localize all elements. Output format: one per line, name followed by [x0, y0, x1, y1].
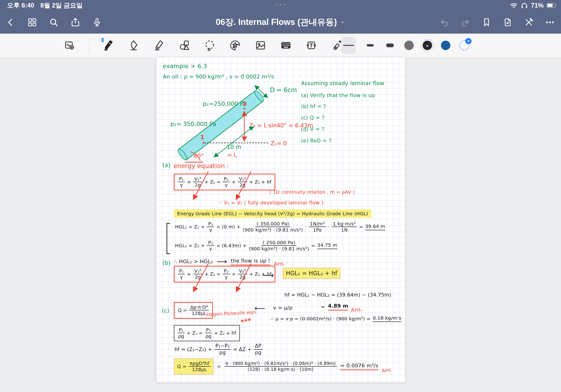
- section-c-label: (c): [162, 308, 169, 314]
- pen-toolbar: ⌄ +: [0, 34, 561, 57]
- color-blue-swatch[interactable]: [441, 41, 450, 50]
- question-a: (a) Verify that the flow is up: [301, 92, 375, 98]
- length-label: 10 m: [227, 144, 241, 150]
- document-canvas: example > 6.3 An oil : ρ = 900 kg/m³ , ν…: [0, 57, 561, 392]
- thumbnails-button[interactable]: [27, 17, 38, 28]
- arrow-right-icon: ⟶: [217, 257, 227, 266]
- diameter-label: D = 6cm: [270, 87, 297, 94]
- chevron-down-icon: ⌄: [425, 42, 430, 48]
- nu-definition: ν = μ/ρ: [273, 305, 292, 311]
- hgl-bracket: [167, 223, 170, 254]
- conclusion-line: ∴ HGL₁ > HGL₂ ⟶ the flow is up ! Ans.: [174, 257, 285, 266]
- microphone-button[interactable]: [92, 17, 102, 28]
- arrow-right-icon: ⟶: [262, 271, 274, 280]
- color-gray-swatch[interactable]: [404, 41, 414, 50]
- hgl-hf-result-box: HGL₁ = HGL₂ + hf: [283, 268, 340, 279]
- headphones-icon: [521, 2, 528, 9]
- point-1-label: 1: [200, 134, 204, 141]
- toolbar-divider: [89, 38, 89, 53]
- p2-label: p₂=250,000 Pa: [203, 100, 247, 107]
- back-button[interactable]: [5, 17, 16, 28]
- question-b: (b) hf = ?: [301, 103, 326, 109]
- bookmark-button[interactable]: [481, 17, 492, 28]
- lasso-tool[interactable]: [204, 39, 216, 52]
- status-date: 8월 2일 금요일: [40, 1, 83, 10]
- section-a-label: (a): [162, 162, 170, 168]
- wifi-icon: [510, 2, 518, 9]
- share-button[interactable]: [70, 17, 81, 28]
- hagen-label: Hagen-Poiseulle eqn.: [206, 309, 258, 317]
- highlighter-tool[interactable]: [153, 39, 165, 52]
- stars-annotation: ***: [240, 316, 252, 326]
- p1-label: p₁= 350,000 Pa: [170, 120, 216, 127]
- chevron-down-icon: [340, 20, 345, 25]
- zoom-window-tool[interactable]: [64, 39, 76, 52]
- arrow-left-icon: ⟵: [254, 304, 265, 313]
- pen-tool[interactable]: [102, 39, 114, 52]
- question-e: (e) ReD = ?: [301, 138, 332, 144]
- keyboard-tool[interactable]: [280, 39, 292, 52]
- pipe-diagram: D = 6cm p₂=250,000 Pa p₁= 350,000 Pa 2 Z…: [168, 79, 318, 174]
- redo-button[interactable]: [460, 17, 471, 28]
- battery-icon: [546, 3, 557, 8]
- text-tool[interactable]: [305, 39, 317, 52]
- shapes-tool[interactable]: [178, 39, 191, 52]
- search-button[interactable]: [48, 17, 59, 28]
- status-time: 오후 6:40: [7, 1, 34, 10]
- question-c: (c) Q = ?: [301, 115, 324, 120]
- final-q-equation: Q = πρgD⁴hf128μL = π · (900 kg/m³) · (9.…: [174, 358, 392, 375]
- document-title[interactable]: 06장. Internal Flows (관내유동): [216, 11, 345, 34]
- undo-button[interactable]: [439, 17, 450, 28]
- mu-calculation: ∴ μ = ν·ρ = (0.0002m²/s) · (900 kg/m³) =…: [271, 315, 401, 322]
- multitask-indicator-icon: [276, 4, 285, 6]
- q-formula-highlight: Q = πρgD⁴hf128μL: [174, 358, 214, 375]
- eraser-tool[interactable]: [128, 39, 140, 52]
- battery-percent: 71%: [531, 2, 544, 9]
- question-d: (d) V = ?: [301, 126, 324, 132]
- stroke-thin-option[interactable]: [341, 37, 356, 54]
- stickers-tool[interactable]: [229, 39, 241, 52]
- hf-expansion: hf = (Z₁−Z₂) + P₁−P₂ρg = ΔZ + ΔPρg: [174, 343, 263, 355]
- section-b-label: (b): [162, 260, 171, 266]
- image-tool[interactable]: [254, 39, 267, 52]
- z1-label: Z₁= 0: [271, 140, 287, 147]
- add-page-button[interactable]: [502, 17, 513, 28]
- stroke-medium-option[interactable]: [365, 37, 376, 54]
- hgl2-equation: HGL₂ = Z₂ + P₂γ = (6.43m) + ( 250,000 Pa…: [175, 240, 337, 251]
- energy-equation-title: energy equation :: [174, 162, 229, 169]
- bluetooth-badge-icon: [101, 37, 105, 43]
- given-line: An oil : ρ = 900 kg/m³ , ν = 0.0002 m²/s: [163, 74, 274, 80]
- question-heading: Assuming steady laminar flow: [301, 80, 384, 86]
- point-2-label: 2: [243, 101, 247, 107]
- disable-pen-button[interactable]: [523, 17, 534, 28]
- document-title-text: 06장. Internal Flows (관내유동): [216, 16, 337, 28]
- status-bar: 오후 6:40 8월 2일 금요일 71%: [0, 0, 561, 11]
- length-eq-label: = L: [227, 152, 237, 158]
- energy-equation-box-a: P₁γ + V₁²2g + Z₁ = P₂γ + V₂²2g + Z₂ + hf: [174, 174, 275, 190]
- hgl1-equation: HGL₁ = Z₁ + P₁γ = (0 m) + ( 350,000 Pa)(…: [175, 221, 385, 233]
- continuity-note: ( 1D continuity relation , ṁ = ρAV ): [270, 189, 355, 195]
- plus-badge-icon: +: [465, 38, 472, 44]
- color-black-swatch[interactable]: ⌄: [423, 41, 432, 50]
- nav-bar: 06장. Internal Flows (관내유동): [0, 11, 561, 34]
- v1v2-note: ∵ V₁ = V₂ ( fully developed laminar flow…: [219, 200, 323, 206]
- more-button[interactable]: [545, 17, 555, 28]
- notebook-page[interactable]: example > 6.3 An oil : ρ = 900 kg/m³ , ν…: [156, 57, 405, 382]
- stroke-thick-option[interactable]: [385, 37, 395, 54]
- example-heading: example > 6.3: [163, 63, 207, 70]
- add-color-button[interactable]: +: [459, 40, 469, 50]
- hf-result-line: = 4.89 m Ans.: [321, 303, 363, 310]
- head-equation-box: P₁ρg + Z₁ = P₂ρg + Z₂ + hf: [174, 325, 240, 341]
- egl-hgl-highlight: Energy Grade Line (EGL) − Velocity head …: [174, 209, 371, 218]
- hf-line: hf = HGL₁ − HGL₂ = (39.64m) − (34.75m): [284, 292, 391, 298]
- energy-equation-box-b: P₁γ + V₁²2g + Z₁ = P₂γ + V₂²2g + Z₂ + hf: [174, 266, 275, 283]
